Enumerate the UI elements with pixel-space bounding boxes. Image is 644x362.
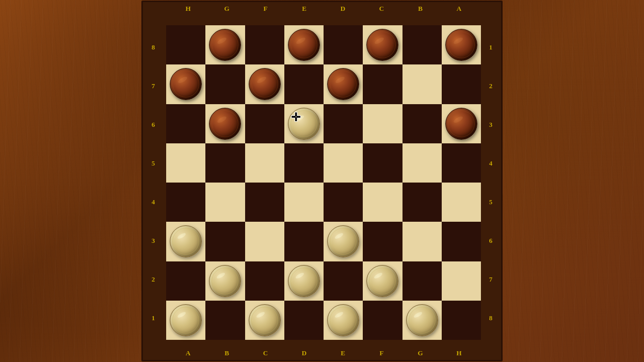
column-labels-top: HGFEDCBA [169,5,478,13]
white-piece[interactable] [366,265,398,297]
board-cell[interactable] [166,183,205,222]
board-cell[interactable] [245,25,284,64]
board-cell[interactable] [442,222,481,261]
col-label-bottom: F [377,349,387,357]
board-cell[interactable] [363,183,402,222]
col-label-top: H [183,5,194,13]
white-piece[interactable] [209,265,241,297]
board-cell[interactable] [166,64,205,104]
board-cell[interactable] [363,301,402,340]
board-cell[interactable] [284,183,324,222]
col-label-bottom: B [222,349,232,357]
white-piece[interactable] [327,304,359,336]
board-cell[interactable] [284,64,324,104]
board-cell[interactable] [166,222,205,261]
board-cell[interactable] [363,104,402,143]
black-piece[interactable] [249,68,281,100]
board-cell[interactable] [205,104,245,143]
board-cell[interactable] [324,261,363,301]
row-label-left: 5 [148,159,158,168]
black-piece[interactable] [445,29,477,61]
board-cell[interactable] [403,261,442,301]
board-cell[interactable] [442,64,481,104]
white-piece[interactable] [406,304,438,336]
board-cell[interactable] [324,64,363,104]
board-cell[interactable] [284,261,324,301]
board-cell[interactable] [324,143,363,183]
board-cell[interactable] [245,222,284,261]
board-cell[interactable] [166,143,205,183]
board-cell[interactable] [245,104,284,143]
row-label-right: 5 [486,198,496,206]
black-piece[interactable] [445,108,477,140]
col-label-bottom: G [415,349,426,357]
board-cell[interactable] [403,143,442,183]
board-cell[interactable] [166,104,205,143]
board-cell[interactable] [284,104,324,143]
board-cell[interactable] [245,183,284,222]
board-cell[interactable] [245,64,284,104]
board-cell[interactable] [205,222,245,261]
board-cell[interactable] [166,25,205,64]
board-cell[interactable] [166,261,205,301]
col-label-top: A [454,5,464,13]
board-cell[interactable] [442,261,481,301]
row-label-right: 4 [486,159,496,168]
board-cell[interactable] [403,183,442,222]
board-cell[interactable] [403,25,442,64]
white-piece[interactable] [170,225,202,257]
black-piece[interactable] [288,29,320,61]
row-label-right: 8 [486,314,496,322]
board-cell[interactable] [284,25,324,64]
board-cell[interactable] [442,104,481,143]
board-cell[interactable] [324,222,363,261]
white-piece[interactable] [249,304,281,336]
board-cell[interactable] [205,25,245,64]
board-cell[interactable] [245,301,284,340]
row-labels-left: 87654321 [148,28,158,337]
board-cell[interactable] [166,301,205,340]
column-labels-bottom: ABCDEFGH [169,349,478,357]
board-cell[interactable] [324,25,363,64]
row-label-right: 1 [486,43,496,52]
board-cell[interactable] [284,301,324,340]
white-piece[interactable] [170,304,202,336]
white-piece[interactable] [288,265,320,297]
chess-board[interactable] [166,25,481,340]
board-cell[interactable] [403,64,442,104]
board-cell[interactable] [205,183,245,222]
dragging-piece[interactable] [288,108,320,140]
black-piece[interactable] [209,108,241,140]
board-cell[interactable] [284,222,324,261]
black-piece[interactable] [327,68,359,100]
board-cell[interactable] [324,301,363,340]
board-cell[interactable] [245,261,284,301]
board-cell[interactable] [363,25,402,64]
board-cell[interactable] [324,104,363,143]
board-cell[interactable] [205,64,245,104]
row-label-right: 7 [486,275,496,284]
board-cell[interactable] [363,261,402,301]
board-cell[interactable] [205,301,245,340]
black-piece[interactable] [209,29,241,61]
col-label-top: E [299,5,310,13]
board-cell[interactable] [363,222,402,261]
board-cell[interactable] [284,143,324,183]
black-piece[interactable] [366,29,398,61]
board-cell[interactable] [245,143,284,183]
board-cell[interactable] [363,64,402,104]
board-cell[interactable] [442,143,481,183]
board-cell[interactable] [324,183,363,222]
board-cell[interactable] [403,222,442,261]
board-cell[interactable] [403,301,442,340]
row-label-right: 3 [486,121,496,129]
white-piece[interactable] [327,225,359,257]
board-cell[interactable] [442,25,481,64]
board-cell[interactable] [205,143,245,183]
board-cell[interactable] [442,301,481,340]
board-cell[interactable] [205,261,245,301]
board-cell[interactable] [403,104,442,143]
black-piece[interactable] [170,68,202,100]
board-cell[interactable] [363,143,402,183]
board-cell[interactable] [442,183,481,222]
